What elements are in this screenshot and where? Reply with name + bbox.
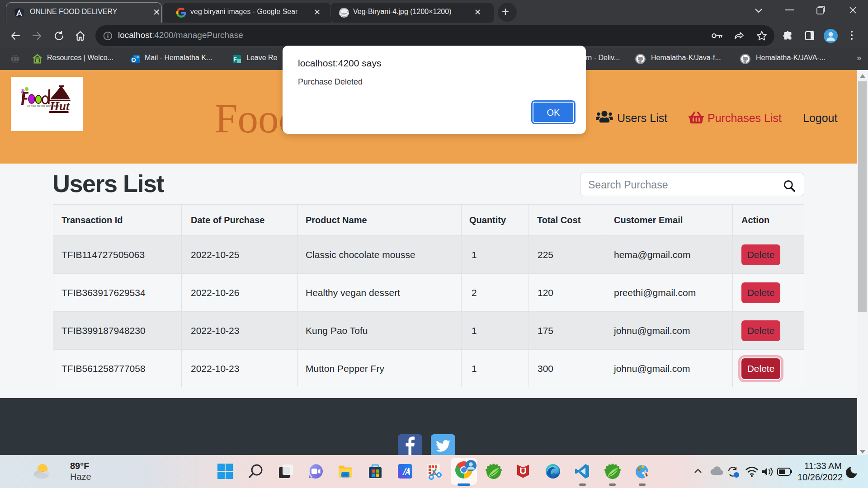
svg-text:All Your Needs With A Deli...: All Your Needs With A Deli... [27,104,61,107]
svg-text:O: O [131,56,136,63]
svg-text:F: F [233,56,236,63]
